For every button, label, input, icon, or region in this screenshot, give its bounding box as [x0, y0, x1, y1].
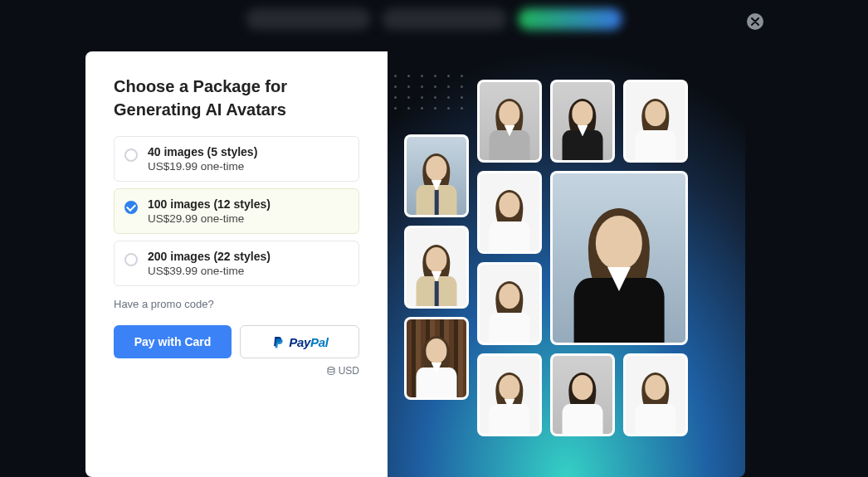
avatar-tile: [550, 353, 615, 436]
purchase-modal: Choose a Package for Generating AI Avata…: [85, 51, 745, 477]
promo-code-link[interactable]: Have a promo code?: [114, 298, 359, 310]
option-price: US$39.99 one-time: [148, 265, 349, 277]
currency-indicator: USD: [114, 365, 359, 377]
option-price: US$19.99 one-time: [148, 160, 349, 173]
close-icon: [751, 17, 759, 26]
preview-panel: [388, 51, 745, 477]
radio-icon: [124, 201, 138, 214]
svg-point-0: [328, 367, 334, 370]
radio-icon: [124, 253, 138, 266]
package-option-100[interactable]: 100 images (12 styles) US$29.99 one-time: [114, 188, 359, 234]
avatar-tile-hero: [550, 171, 688, 345]
blurred-pill: [519, 8, 622, 30]
title-line-1: Choose a Package for: [114, 77, 287, 95]
paypal-icon: [271, 334, 285, 349]
package-option-200[interactable]: 200 images (22 styles) US$39.99 one-time: [114, 241, 359, 286]
blurred-pill: [383, 8, 507, 30]
avatar-tile: [404, 226, 469, 309]
blurred-pill: [246, 8, 371, 30]
avatar-tile: [404, 317, 469, 400]
title-line-2: Generating AI Avatars: [114, 100, 286, 119]
option-title: 40 images (5 styles): [148, 145, 349, 158]
close-button[interactable]: [747, 13, 763, 30]
package-panel: Choose a Package for Generating AI Avata…: [85, 51, 388, 477]
avatar-tile: [623, 80, 688, 163]
avatar-tile: [623, 353, 688, 436]
option-title: 100 images (12 styles): [148, 197, 349, 211]
currency-label: USD: [339, 365, 359, 377]
option-price: US$29.99 one-time: [148, 212, 349, 225]
payment-buttons: Pay with Card PayPal: [114, 325, 359, 358]
paypal-button[interactable]: PayPal: [240, 325, 359, 358]
pay-with-card-button[interactable]: Pay with Card: [114, 325, 232, 358]
option-title: 200 images (22 styles): [148, 250, 349, 263]
paypal-text-pay: Pay: [289, 335, 310, 349]
avatar-tile: [404, 134, 469, 217]
package-options: 40 images (5 styles) US$19.99 one-time 1…: [114, 136, 359, 286]
modal-title: Choose a Package for Generating AI Avata…: [114, 75, 359, 121]
avatar-tile: [550, 80, 615, 163]
avatar-tile: [477, 353, 542, 436]
radio-icon: [124, 148, 138, 162]
avatar-tile: [477, 80, 542, 163]
database-icon: [326, 366, 336, 376]
paypal-text-pal: Pal: [310, 335, 329, 349]
avatar-gallery: [399, 65, 734, 464]
avatar-tile: [477, 262, 542, 345]
package-option-40[interactable]: 40 images (5 styles) US$19.99 one-time: [114, 136, 359, 182]
avatar-tile: [477, 171, 542, 254]
paypal-logo-icon: PayPal: [271, 334, 328, 349]
background-blurred-toolbar: [246, 8, 622, 30]
